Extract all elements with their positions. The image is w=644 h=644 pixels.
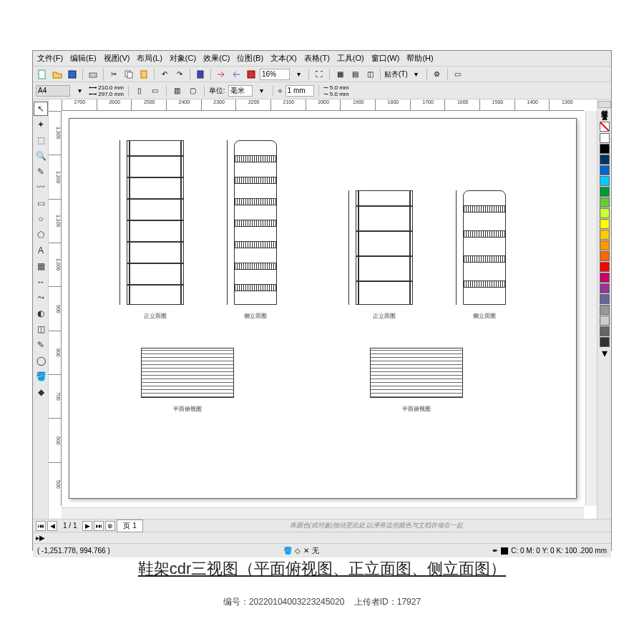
table-tool-icon[interactable]: ▦ [34, 259, 48, 273]
eyedropper-tool-icon[interactable]: ✎ [34, 338, 48, 352]
rectangle-tool-icon[interactable]: ▭ [34, 196, 48, 210]
interactive-fill-icon[interactable]: ◆ [34, 385, 48, 399]
dimension-tool-icon[interactable]: ↔ [34, 275, 48, 289]
undo-icon[interactable]: ↶ [158, 68, 171, 81]
ruler-horizontal[interactable]: 2700260025002400230022002100200019001800… [62, 99, 584, 111]
color-swatch[interactable] [600, 316, 610, 326]
fill-tool-icon[interactable]: 🪣 [34, 369, 48, 384]
menu-view[interactable]: 视图(V) [104, 53, 130, 64]
zoom-input[interactable] [260, 69, 290, 80]
color-swatch[interactable] [600, 197, 610, 208]
freehand-tool-icon[interactable]: ✎ [34, 165, 48, 179]
page-tab[interactable]: 页 1 [117, 519, 142, 532]
effects-tool-icon[interactable]: ◐ [34, 306, 48, 321]
open-icon[interactable] [51, 68, 64, 81]
copy-icon[interactable] [122, 68, 135, 81]
paper-size-select[interactable] [36, 85, 70, 97]
menu-bitmap[interactable]: 位图(B) [237, 53, 263, 64]
snap-dropdown-icon[interactable]: ▾ [410, 68, 423, 81]
new-icon[interactable] [36, 68, 49, 81]
prev-page-icon[interactable]: ◀ [47, 521, 57, 531]
palette-up-icon[interactable]: ▴ [600, 111, 610, 121]
current-page-icon[interactable]: ▢ [187, 84, 200, 97]
redo-icon[interactable]: ↷ [173, 68, 186, 81]
export-icon[interactable] [230, 68, 243, 81]
color-swatch[interactable] [600, 144, 610, 154]
options-icon[interactable]: ⚙ [431, 68, 444, 81]
color-swatch[interactable] [600, 294, 610, 304]
connector-tool-icon[interactable]: ⤳ [34, 291, 48, 305]
menu-tools[interactable]: 工具(O) [337, 53, 364, 64]
color-swatch[interactable] [600, 208, 610, 218]
unit-dropdown-icon[interactable]: ▾ [255, 84, 268, 97]
transparency-tool-icon[interactable]: ◫ [34, 322, 48, 336]
rack-side-2[interactable] [463, 190, 506, 305]
color-swatch[interactable] [600, 273, 610, 283]
color-swatch[interactable] [600, 240, 610, 250]
zoom-dropdown-icon[interactable]: ▾ [292, 68, 305, 81]
all-pages-icon[interactable]: ▥ [171, 84, 184, 97]
outline-tool-icon[interactable]: ◯ [34, 353, 48, 368]
scrollbar-horizontal[interactable] [62, 507, 584, 519]
color-swatch[interactable] [600, 165, 610, 175]
zoom-tool-icon[interactable]: 🔍 [34, 149, 48, 163]
canvas[interactable]: 正立面图 侧立面图 [62, 111, 584, 506]
scrollbar-vertical[interactable] [585, 111, 597, 506]
crop-tool-icon[interactable]: ⬚ [34, 133, 48, 147]
cut-icon[interactable]: ✂ [107, 68, 120, 81]
show-grid-icon[interactable]: ▤ [348, 68, 361, 81]
nudge-input[interactable] [286, 85, 314, 97]
show-rulers-icon[interactable]: ▦ [333, 68, 346, 81]
menu-help[interactable]: 帮助(H) [406, 53, 433, 64]
save-icon[interactable] [66, 68, 79, 81]
next-page-icon[interactable]: ▶ [82, 521, 92, 531]
color-swatch[interactable] [600, 326, 610, 336]
color-swatch[interactable] [600, 305, 610, 315]
add-page-icon[interactable]: ⊕ [105, 521, 115, 531]
docker-tab-object-properties[interactable]: 对象属性 [598, 101, 611, 108]
plan-view-1[interactable] [141, 348, 234, 398]
color-swatch[interactable] [600, 283, 610, 293]
menu-edit[interactable]: 编辑(E) [70, 53, 97, 64]
polygon-tool-icon[interactable]: ⬠ [34, 228, 48, 242]
paper-dropdown-icon[interactable]: ▾ [73, 84, 86, 97]
ruler-vertical[interactable]: 1,3001,2001,1001,000900800700600500 [49, 111, 62, 506]
snap-label[interactable]: 贴齐(T) [384, 69, 408, 79]
menu-object[interactable]: 对象(C) [170, 53, 196, 64]
unit-select[interactable] [228, 85, 253, 97]
landscape-icon[interactable]: ▭ [149, 84, 162, 97]
rack-front-1[interactable] [127, 140, 184, 305]
pick-tool-icon[interactable]: ↖ [34, 102, 48, 116]
print-icon[interactable] [87, 68, 99, 81]
last-page-icon[interactable]: ⏭ [94, 521, 104, 531]
color-swatch[interactable] [600, 187, 610, 197]
menu-window[interactable]: 窗口(W) [371, 53, 400, 64]
color-swatch[interactable] [600, 155, 610, 165]
palette-down-icon[interactable]: ▾ [600, 348, 610, 358]
rack-front-2[interactable] [356, 190, 413, 305]
color-swatch[interactable] [600, 262, 610, 272]
color-swatch[interactable] [600, 219, 610, 229]
menu-layout[interactable]: 布局(L) [137, 53, 162, 64]
launcher-icon[interactable]: ▭ [452, 68, 464, 81]
rack-side-1[interactable] [234, 140, 277, 305]
portrait-icon[interactable]: ▯ [133, 84, 146, 97]
color-swatch[interactable] [600, 230, 610, 240]
ellipse-tool-icon[interactable]: ○ [34, 212, 48, 226]
first-page-icon[interactable]: ⏮ [36, 521, 46, 531]
publish-icon[interactable] [245, 68, 258, 81]
search-icon[interactable] [194, 68, 207, 81]
text-tool-icon[interactable]: A [34, 243, 48, 258]
swatch-none[interactable] [600, 122, 610, 132]
menu-effect[interactable]: 效果(C) [203, 53, 230, 64]
plan-view-2[interactable] [370, 348, 463, 398]
color-swatch[interactable] [600, 133, 610, 143]
color-swatch[interactable] [600, 176, 610, 186]
menu-file[interactable]: 文件(F) [37, 53, 63, 64]
menu-text[interactable]: 文本(X) [270, 53, 297, 64]
paste-icon[interactable] [137, 68, 150, 81]
color-swatch[interactable] [600, 251, 610, 261]
menu-table[interactable]: 表格(T) [304, 53, 330, 64]
import-icon[interactable] [215, 68, 228, 81]
show-guides-icon[interactable]: ◫ [364, 68, 376, 81]
